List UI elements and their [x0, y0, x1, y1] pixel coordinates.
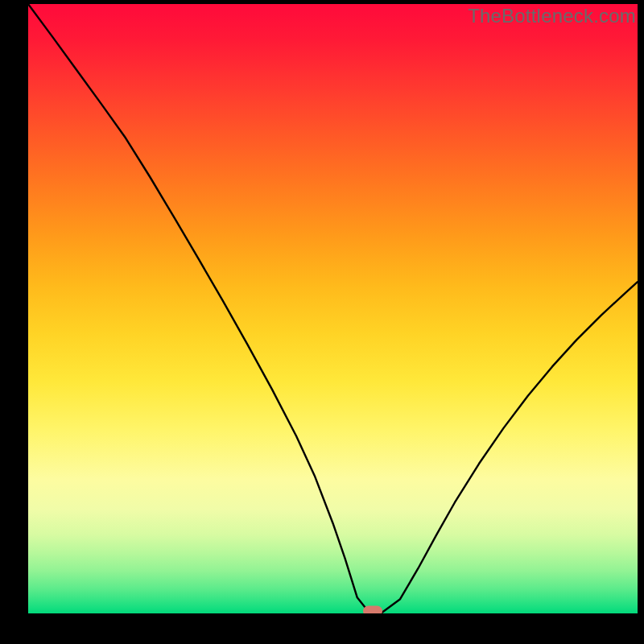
plot-area [28, 4, 638, 613]
chart-frame: TheBottleneck.com [0, 0, 644, 644]
bottleneck-curve [28, 4, 638, 613]
optimal-marker [363, 605, 382, 613]
watermark-text: TheBottleneck.com [468, 5, 636, 27]
